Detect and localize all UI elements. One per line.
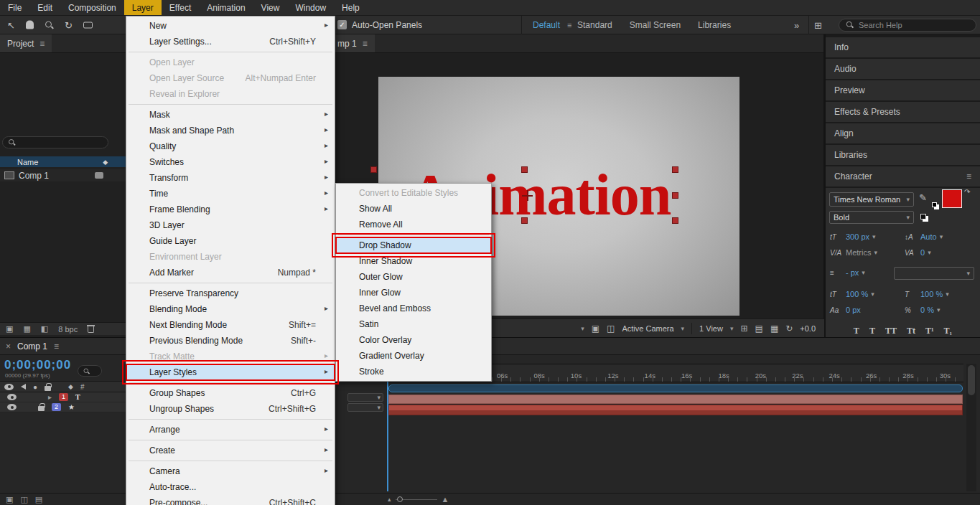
interpret-footage-icon[interactable]: ▣ <box>6 324 13 334</box>
zoom-tool-icon[interactable] <box>45 20 54 29</box>
faux-style-button[interactable]: T₁ <box>944 326 953 336</box>
vertical-scale-control[interactable]: tT 100 % ▾ <box>830 290 874 298</box>
chevron-down-icon[interactable]: ▾ <box>871 291 874 298</box>
menu-item[interactable]: Inner Glow ▸ <box>336 285 491 301</box>
parent-link-dropdown[interactable]: ▾ <box>347 393 383 402</box>
menu-item[interactable]: Previous Blending Mode Shift+- ▸ <box>126 333 335 349</box>
kerning-control[interactable]: V/A Metrics ▾ <box>830 248 877 257</box>
tracking-control[interactable]: VA 0 ▾ <box>905 248 931 257</box>
horizontal-scale-value[interactable]: 100 % <box>920 290 943 298</box>
refresh-icon[interactable]: ↻ <box>785 324 793 334</box>
pixel-aspect-icon[interactable]: ⊞ <box>740 324 747 334</box>
menu-item[interactable]: Frame Blending ▸ <box>126 202 335 217</box>
menu-item[interactable]: Create ▸ <box>126 443 335 458</box>
menu-item[interactable]: Environment Layer ▸ <box>126 249 335 265</box>
expand-layer-icon[interactable]: ▸ <box>48 393 52 401</box>
selection-handle[interactable] <box>672 166 678 173</box>
eyedropper-icon[interactable]: ✎ <box>919 192 927 203</box>
selection-handle[interactable] <box>370 166 377 173</box>
mask-visibility-icon[interactable]: ◫ <box>607 324 615 334</box>
menu-item[interactable]: Auto-trace... ▸ <box>126 479 335 495</box>
fast-preview-icon[interactable]: ▤ <box>755 324 763 334</box>
workspace-tab[interactable]: Libraries <box>698 20 731 30</box>
panel-menu-icon[interactable]: ≡ <box>54 341 59 351</box>
hand-tool-icon[interactable] <box>26 21 34 29</box>
menubar-item[interactable]: View <box>253 0 288 15</box>
camera-dropdown-icon[interactable]: ▾ <box>681 325 685 332</box>
eye-icon[interactable] <box>7 404 17 410</box>
layer-duration-bar-1[interactable] <box>388 395 963 404</box>
menubar-item[interactable]: Edit <box>29 0 60 15</box>
chevron-down-icon[interactable]: ▾ <box>937 306 941 313</box>
panel-menu-icon[interactable]: ≡ <box>39 39 45 49</box>
exposure-value[interactable]: +0.0 <box>800 324 816 333</box>
workspace-overflow-chevron[interactable]: » <box>794 19 799 30</box>
menu-item[interactable]: ▸ <box>126 280 335 285</box>
selection-handle[interactable] <box>521 217 528 224</box>
selection-handle[interactable] <box>521 166 528 173</box>
help-search-input[interactable] <box>859 21 959 29</box>
panel-header[interactable]: Info <box>826 37 980 57</box>
solo-column-icon[interactable]: ● <box>33 383 37 391</box>
layer-duration-bar-2[interactable] <box>388 405 963 415</box>
menu-item[interactable]: 3D Layer ▸ <box>126 217 335 233</box>
camera-tool-icon[interactable] <box>83 22 93 28</box>
horizontal-scale-control[interactable]: T 100 % ▾ <box>905 290 949 298</box>
label-column-icon[interactable]: ◆ <box>68 383 73 390</box>
menu-item[interactable]: Quality ▸ <box>126 138 335 154</box>
close-tab-icon[interactable]: × <box>6 341 11 351</box>
menu-item[interactable]: New ▸ <box>126 18 335 34</box>
stroke-width-value[interactable]: - px <box>846 268 859 277</box>
chevron-down-icon[interactable]: ▾ <box>872 233 876 240</box>
menu-item[interactable]: Drop Shadow ▸ <box>336 237 491 253</box>
workspace-tab[interactable]: Small Screen <box>630 20 681 30</box>
selection-tool-icon[interactable]: ↖ <box>7 19 15 30</box>
label-color-chip[interactable] <box>95 172 103 179</box>
menu-item[interactable]: Layer Styles ▸ <box>126 364 335 380</box>
font-size-control[interactable]: tT 300 px ▾ <box>830 232 876 241</box>
timeline-vertical-scrollbar[interactable] <box>966 364 976 491</box>
tab-timeline-comp[interactable]: Comp 1 <box>17 341 47 351</box>
menu-item[interactable]: Remove All ▸ <box>336 217 491 232</box>
lock-column-icon[interactable] <box>45 386 51 391</box>
anchor-point-icon[interactable] <box>522 190 533 201</box>
menu-item[interactable]: Bevel and Emboss ▸ <box>336 301 491 316</box>
menu-item[interactable]: Group Shapes Ctrl+G ▸ <box>126 385 335 401</box>
workspace-tab[interactable]: Standard <box>577 20 612 30</box>
zoom-slider[interactable] <box>396 499 437 500</box>
menu-item[interactable]: Pre-compose... Ctrl+Shift+C ▸ <box>126 495 335 505</box>
menu-item[interactable]: Layer Settings... Ctrl+Shift+Y ▸ <box>126 34 335 49</box>
menubar-item[interactable]: Layer <box>124 0 162 15</box>
zoom-slider-knob[interactable] <box>397 496 403 502</box>
menubar-item[interactable]: Animation <box>199 0 253 15</box>
menubar-item[interactable]: Window <box>287 0 334 15</box>
chevron-down-icon[interactable]: ▾ <box>928 249 931 256</box>
menu-item[interactable]: Open Layer ▸ <box>126 55 335 70</box>
menu-item[interactable]: Switches ▸ <box>126 154 335 170</box>
current-timecode[interactable]: 0;00;00;00 <box>4 358 71 372</box>
menu-item[interactable]: Blending Mode ▸ <box>126 301 335 317</box>
panel-menu-icon[interactable]: ≡ <box>966 171 971 181</box>
menu-item[interactable]: Satin ▸ <box>336 316 491 332</box>
panel-header[interactable]: Align <box>826 123 980 143</box>
font-size-value[interactable]: 300 px <box>846 232 869 241</box>
magnification-dropdown-icon[interactable]: ▾ <box>581 325 584 332</box>
zoom-out-icon[interactable]: ▴ <box>388 496 391 503</box>
grid-options-icon[interactable]: ▣ <box>592 324 599 334</box>
menu-item[interactable]: ▸ <box>126 49 335 55</box>
bit-depth-label[interactable]: 8 bpc <box>58 325 78 334</box>
baseline-shift-value[interactable]: 0 px <box>846 306 861 314</box>
menu-item[interactable]: Stroke ▸ <box>336 364 491 379</box>
menu-item[interactable]: Camera ▸ <box>126 463 335 479</box>
menu-item[interactable]: Transform ▸ <box>126 170 335 186</box>
active-camera-dropdown[interactable]: Active Camera <box>622 324 673 333</box>
selection-handle[interactable] <box>672 217 678 224</box>
stroke-over-fill-icon[interactable] <box>920 214 926 220</box>
menu-item[interactable]: Next Blending Mode Shift+= ▸ <box>126 317 335 333</box>
delete-icon[interactable] <box>88 325 94 333</box>
tab-composition[interactable]: mp 1 ≡ <box>330 34 375 52</box>
parent-link-dropdown[interactable]: ▾ <box>347 403 383 412</box>
panel-header[interactable]: Libraries <box>826 145 980 165</box>
menu-item[interactable]: Inner Shadow ▸ <box>336 253 491 269</box>
project-search-field[interactable] <box>2 136 108 148</box>
